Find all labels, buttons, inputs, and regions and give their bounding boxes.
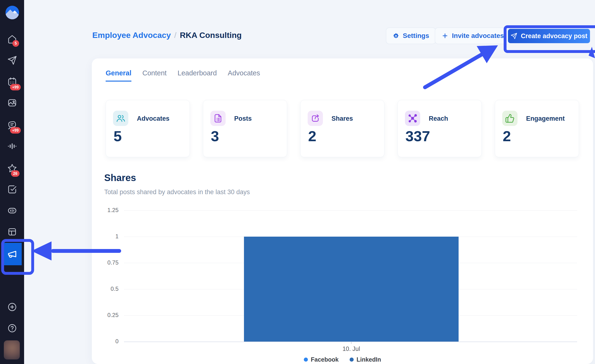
stat-value: 5 xyxy=(113,129,122,144)
tab-bar: General Content Leaderboard Advocates xyxy=(106,69,260,82)
x-tick xyxy=(351,342,352,344)
chart-legend: Facebook LinkedIn xyxy=(92,356,593,363)
settings-button[interactable]: Settings xyxy=(386,28,436,44)
create-advocacy-post-button[interactable]: Create advocacy post xyxy=(508,29,590,43)
stat-label: Shares xyxy=(332,115,353,122)
linkedin-bar xyxy=(244,237,459,342)
x-axis-line xyxy=(124,342,577,342)
page-title: RKA Consulting xyxy=(180,30,241,40)
stat-value: 337 xyxy=(405,129,430,144)
users-icon xyxy=(113,111,128,126)
home-badge: 5 xyxy=(12,40,19,47)
user-avatar[interactable] xyxy=(4,340,20,359)
document-icon xyxy=(210,111,226,126)
send-icon xyxy=(510,33,517,39)
tab-content[interactable]: Content xyxy=(142,69,167,82)
thumbs-up-icon xyxy=(502,111,517,126)
stat-label: Reach xyxy=(429,115,448,122)
nav-add-icon[interactable] xyxy=(7,302,17,312)
stat-label: Engagement xyxy=(526,115,565,122)
legend-item-linkedin[interactable]: LinkedIn xyxy=(350,356,381,363)
facebook-legend-dot xyxy=(304,357,308,362)
network-icon xyxy=(405,111,420,126)
y-tick-label: 0.25 xyxy=(92,312,119,318)
create-advocacy-post-label: Create advocacy post xyxy=(521,32,587,40)
y-tick-label: 0.75 xyxy=(92,259,119,266)
stat-card-advocates: Advocates 5 xyxy=(106,100,190,157)
shares-section-subtitle: Total posts shared by advocates in the l… xyxy=(104,188,250,196)
nav-advocacy-item[interactable] xyxy=(2,243,22,265)
breadcrumb-separator: / xyxy=(174,30,176,40)
invite-advocates-button[interactable]: Invite advocates xyxy=(435,28,511,44)
annotation-arrow-left-head xyxy=(31,241,51,260)
sidebar: 5 +99 xyxy=(0,0,24,364)
y-tick-label: 1.25 xyxy=(92,207,119,214)
gridline xyxy=(124,210,577,211)
calendar-badge: +99 xyxy=(10,84,21,90)
tab-general[interactable]: General xyxy=(106,69,131,82)
nav-templates-icon[interactable] xyxy=(7,227,17,237)
nav-audio-icon[interactable] xyxy=(7,142,17,151)
stat-label: Advocates xyxy=(137,115,170,122)
shares-section-title: Shares xyxy=(104,172,136,183)
x-tick-label: 10. Jul xyxy=(327,345,375,352)
stat-card-shares: Shares 2 xyxy=(300,100,384,157)
y-tick-label: 0.5 xyxy=(92,285,119,292)
breadcrumb: Employee Advocacy / RKA Consulting xyxy=(92,30,241,40)
breadcrumb-parent-link[interactable]: Employee Advocacy xyxy=(92,30,171,40)
tab-advocates[interactable]: Advocates xyxy=(228,69,260,82)
invite-advocates-label: Invite advocates xyxy=(452,32,504,40)
share-icon xyxy=(308,111,323,126)
stat-value: 2 xyxy=(503,129,511,144)
workspace-logo[interactable] xyxy=(6,6,19,19)
nav-help-icon[interactable] xyxy=(7,323,17,333)
y-tick-label: 0 xyxy=(92,338,119,345)
linkedin-legend-dot xyxy=(350,357,354,362)
stat-card-reach: Reach 337 xyxy=(397,100,482,157)
gear-icon xyxy=(393,33,399,39)
legend-label: Facebook xyxy=(311,356,339,363)
stat-card-engagement: Engagement 2 xyxy=(495,100,579,157)
legend-label: LinkedIn xyxy=(356,356,381,363)
megaphone-icon xyxy=(7,249,18,259)
stat-cards: Advocates 5 Posts 3 xyxy=(106,100,579,157)
stat-label: Posts xyxy=(234,115,252,122)
stat-value: 2 xyxy=(308,129,316,144)
stat-card-posts: Posts 3 xyxy=(203,100,287,157)
plus-icon xyxy=(442,32,448,39)
nav-publish-icon[interactable] xyxy=(7,56,17,65)
app-screen: 5 +99 xyxy=(0,0,595,364)
inbox-badge: +99 xyxy=(10,127,21,134)
favorites-badge: 26 xyxy=(11,170,20,177)
tab-leaderboard[interactable]: Leaderboard xyxy=(178,69,217,82)
nav-media-icon[interactable] xyxy=(7,98,17,107)
nav-approvals-icon[interactable] xyxy=(7,185,17,194)
y-tick-label: 1 xyxy=(92,233,119,240)
avatar-image xyxy=(4,340,20,359)
settings-label: Settings xyxy=(403,32,429,40)
nav-reports-icon[interactable] xyxy=(7,206,17,215)
legend-item-facebook[interactable]: Facebook xyxy=(304,356,339,363)
content-panel: General Content Leaderboard Advocates Ad… xyxy=(92,58,593,364)
annotation-cursor-fragment xyxy=(588,47,595,58)
stat-value: 3 xyxy=(211,129,219,144)
